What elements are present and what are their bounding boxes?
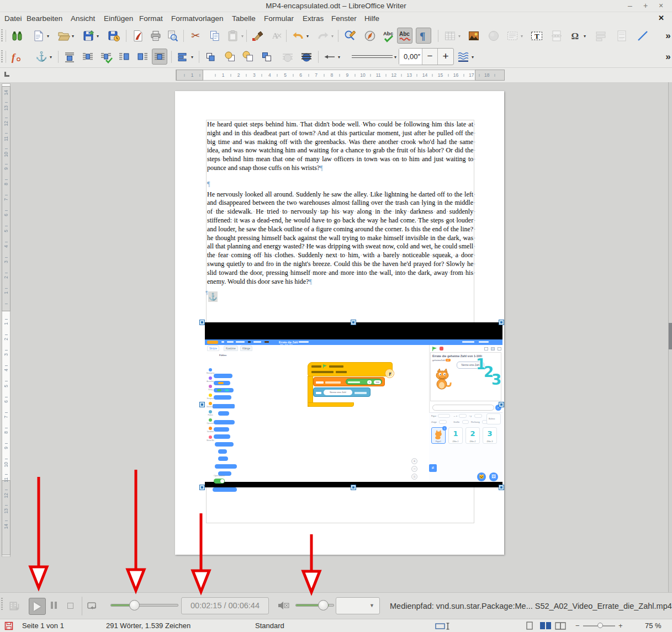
menu-datei[interactable]: Datei — [4, 14, 22, 23]
clone-formatting-button[interactable] — [250, 28, 265, 44]
special-char-button[interactable]: Ω — [568, 28, 583, 44]
palette-block[interactable] — [214, 420, 235, 424]
zoom-slider-thumb[interactable] — [597, 623, 603, 628]
new-doc-button[interactable] — [31, 28, 46, 44]
pause-button[interactable] — [51, 602, 53, 609]
wrap-on-button[interactable] — [80, 49, 96, 65]
status-wordcount[interactable]: 291 Wörter, 1.539 Zeichen — [106, 622, 191, 630]
palette-block[interactable] — [214, 381, 230, 385]
add-backdrop-button[interactable]: 🖼 — [489, 472, 498, 481]
save-button[interactable] — [81, 28, 96, 44]
align-objects-button[interactable] — [175, 49, 191, 65]
palette-block[interactable] — [214, 427, 229, 432]
insert-textbox-button[interactable]: T — [529, 28, 544, 44]
close-document-button[interactable]: ✕ — [658, 14, 664, 22]
selection-handle[interactable] — [199, 485, 205, 490]
paste-dropdown[interactable]: ▾ — [241, 34, 246, 39]
view-layout-icons[interactable] — [526, 622, 567, 630]
category-Fühlen[interactable] — [209, 410, 212, 413]
selection-handle[interactable] — [199, 402, 205, 407]
toolbar-grip[interactable] — [1, 50, 3, 63]
insert-frame-button[interactable] — [505, 28, 520, 44]
palette-block[interactable] — [214, 388, 234, 392]
category-Klang[interactable] — [209, 385, 212, 388]
formatting-marks-button[interactable]: ¶ — [416, 28, 431, 44]
to-foreground-button[interactable] — [280, 49, 295, 65]
palette-block[interactable] — [215, 464, 237, 469]
line-arrow-style-button[interactable] — [322, 49, 337, 65]
selection-handle[interactable] — [499, 485, 504, 490]
find-replace-button[interactable] — [342, 28, 358, 44]
mute-icon[interactable] — [277, 601, 289, 610]
wrap-off-button[interactable] — [62, 49, 77, 65]
palette-block[interactable] — [218, 456, 228, 461]
palette-block[interactable] — [214, 395, 231, 400]
to-background-button[interactable] — [299, 49, 314, 65]
page-break-button[interactable] — [549, 28, 564, 44]
zoom-out-button[interactable]: − — [575, 622, 580, 630]
palette-block[interactable] — [215, 442, 234, 447]
save-dropdown[interactable]: ▾ — [97, 34, 101, 39]
insert-frame-dropdown[interactable]: ▾ — [521, 34, 525, 39]
toolbar-grip[interactable] — [1, 598, 3, 611]
tab-Skripte[interactable]: Skripte — [207, 346, 219, 351]
anchor-button[interactable]: ⚓ — [34, 49, 49, 65]
insert-footnote-button[interactable] — [614, 28, 629, 44]
change-order-button[interactable] — [259, 49, 274, 65]
width-increase-button[interactable]: + — [438, 49, 453, 65]
menu-bearbeiten[interactable]: Bearbeiten — [27, 14, 62, 23]
export-pdf-button[interactable] — [130, 28, 146, 44]
document-page[interactable]: He· heard· quiet· steps· behind· him.· T… — [175, 91, 504, 555]
insert-field-button[interactable] — [593, 28, 608, 44]
align-objects-dropdown[interactable]: ▾ — [191, 55, 195, 60]
insert-line-button[interactable] — [635, 28, 650, 44]
menu-einfügen[interactable]: Einfügen — [104, 14, 133, 23]
category-Meine Blöcke[interactable] — [209, 436, 212, 439]
repeat-icon[interactable] — [86, 600, 98, 612]
category-Bewegung[interactable] — [209, 368, 212, 371]
title-bar[interactable]: MP4-encapsulated.odt – LibreOffice Write… — [0, 0, 672, 12]
open-dropdown[interactable]: ▾ — [72, 34, 76, 39]
seek-slider[interactable] — [110, 604, 178, 607]
zoom-in-button[interactable]: + — [618, 622, 623, 630]
save-as-button[interactable] — [106, 28, 121, 44]
embedded-video-object[interactable]: Errate die Zahl von _jens_Kru — [205, 322, 502, 487]
menu-tabelle[interactable]: Tabelle — [232, 14, 256, 23]
volume-thumb[interactable] — [318, 600, 329, 610]
sprite-thumb-Ziffer-2[interactable]: 2Ziffer-2 — [465, 427, 480, 444]
wrap-right-button[interactable] — [135, 49, 150, 65]
line-style-select[interactable] — [352, 51, 393, 61]
add-sprite-button[interactable]: 🐱 — [477, 472, 486, 481]
width-decrease-button[interactable]: − — [422, 49, 438, 65]
spelling-button[interactable]: Abc — [381, 28, 396, 44]
bring-to-front-button[interactable] — [223, 49, 238, 65]
toggle-switch[interactable] — [214, 479, 225, 484]
send-to-back-button[interactable] — [241, 49, 256, 65]
category-Operatoren[interactable] — [209, 418, 212, 422]
sprite-thumb-Ziffer-3[interactable]: 3Ziffer-3 — [483, 427, 497, 444]
status-pagestyle[interactable]: Standard — [255, 622, 284, 630]
tab-stop-selector[interactable] — [4, 72, 9, 77]
menu-formatvorlagen[interactable]: Formatvorlagen — [171, 14, 224, 23]
overflow-button[interactable]: » — [660, 49, 672, 65]
insert-image-button[interactable] — [466, 28, 481, 44]
palette-block[interactable] — [213, 404, 235, 408]
menu-hilfe[interactable]: Hilfe — [364, 14, 379, 23]
category-Variablen[interactable] — [209, 427, 212, 430]
maximize-button[interactable]: + — [641, 1, 650, 10]
clear-formatting-button[interactable]: A — [268, 28, 284, 44]
insert-table-dropdown[interactable]: ▾ — [458, 34, 463, 39]
new-doc-dropdown[interactable]: ▾ — [47, 34, 51, 39]
redo-button[interactable] — [315, 28, 331, 44]
line-arrow-style-dropdown[interactable]: ▾ — [338, 55, 342, 60]
green-flag-icon[interactable] — [432, 347, 437, 351]
zoom-percent[interactable]: 75 % — [645, 622, 662, 630]
category-Steuerung[interactable] — [209, 402, 212, 405]
tab-Klänge[interactable]: Klänge — [240, 346, 252, 351]
volume-slider[interactable] — [295, 604, 334, 607]
palette-block[interactable] — [218, 411, 229, 416]
seek-thumb[interactable] — [129, 600, 140, 610]
cut-button[interactable]: ✂ — [188, 28, 203, 44]
print-preview-button[interactable] — [165, 28, 180, 44]
line-width-input[interactable]: 0,00″ — [399, 49, 422, 65]
